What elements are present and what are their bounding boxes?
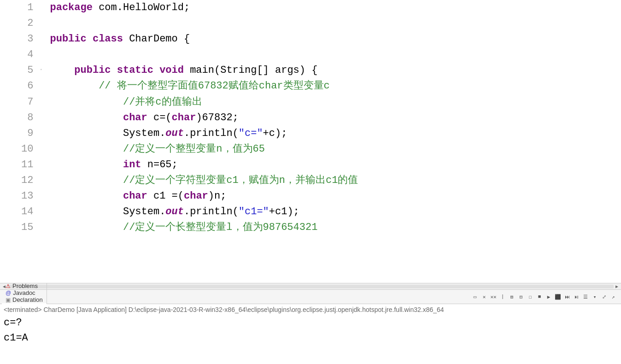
minimize-button[interactable]: ▭ <box>471 293 479 301</box>
line-number: 2 <box>0 16 39 31</box>
run-button[interactable]: ▶ <box>545 293 553 301</box>
line-marker <box>39 31 47 47</box>
line-number: 7 <box>0 94 39 110</box>
horizontal-scrollbar[interactable]: ◀ ▶ <box>0 283 621 289</box>
view-menu-button[interactable]: ☰ <box>581 293 590 301</box>
tab-problems[interactable]: ⚠Problems <box>2 282 47 289</box>
line-number: 10 <box>0 141 39 157</box>
console-output-line: c1=A <box>4 330 617 346</box>
line-content: public class CharDemo { <box>47 31 621 47</box>
line-content: //定义一个字符型变量c1，赋值为n，并输出c1的值 <box>47 173 621 188</box>
line-number: 13 <box>0 188 39 204</box>
line-marker <box>39 47 47 63</box>
line-marker <box>39 173 47 188</box>
table-row: 7 //并将c的值输出 <box>0 94 621 110</box>
table-row: 3public class CharDemo { <box>0 31 621 47</box>
table-row: 5◦ public static void main(String[] args… <box>0 63 621 78</box>
line-marker: ◦ <box>39 63 47 78</box>
line-marker <box>39 110 47 126</box>
remove-button[interactable]: ⊟ <box>517 293 525 301</box>
line-number: 8 <box>0 110 39 126</box>
line-number: 4 <box>0 47 39 63</box>
line-content: System.out.println("c1="+c1); <box>47 204 621 220</box>
table-row: 6 // 将一个整型字面值67832赋值给char类型变量c <box>0 78 621 94</box>
table-row: 12 //定义一个字符型变量c1，赋值为n，并输出c1的值 <box>0 173 621 188</box>
tab-javadoc[interactable]: @Javadoc <box>2 289 47 296</box>
line-content: package com.HelloWorld; <box>47 0 621 16</box>
line-content: public static void main(String[] args) { <box>47 63 621 78</box>
line-content: //并将c的值输出 <box>47 94 621 110</box>
tab-declaration[interactable]: ▣Declaration <box>2 296 47 303</box>
tab-toolbar: ▭✕✕✕|⊞⊟☐■▶⬛⏭⏯☰▾⤢↗ <box>471 293 619 301</box>
line-content <box>47 47 621 63</box>
line-number: 11 <box>0 157 39 173</box>
table-row: 15 //定义一个长整型变量l，值为987654321 <box>0 220 621 235</box>
sep-button[interactable]: | <box>498 293 507 301</box>
problems-label: Problems <box>12 282 38 289</box>
table-row: 13 char c1 =(char)n; <box>0 188 621 204</box>
declaration-icon: ▣ <box>6 297 11 303</box>
line-marker <box>39 94 47 110</box>
table-row: 8 char c=(char)67832; <box>0 110 621 126</box>
line-marker <box>39 220 47 235</box>
line-marker <box>39 126 47 141</box>
line-content: System.out.println("c="+c); <box>47 126 621 141</box>
line-content: // 将一个整型字面值67832赋值给char类型变量c <box>47 78 621 94</box>
console-terminated-text: <terminated> CharDemo [Java Application]… <box>4 306 617 313</box>
line-content <box>47 16 621 31</box>
line-marker <box>39 204 47 220</box>
scroll-track[interactable] <box>7 285 614 288</box>
table-row: 2 <box>0 16 621 31</box>
line-number: 12 <box>0 173 39 188</box>
step-into-button[interactable]: ⏯ <box>572 293 580 301</box>
javadoc-label: Javadoc <box>13 289 35 296</box>
table-row: 1package com.HelloWorld; <box>0 0 621 16</box>
line-marker <box>39 16 47 31</box>
line-number: 6 <box>0 78 39 94</box>
line-number: 14 <box>0 204 39 220</box>
line-content: char c=(char)67832; <box>47 110 621 126</box>
declaration-label: Declaration <box>12 296 43 303</box>
line-content: int n=65; <box>47 157 621 173</box>
line-number: 3 <box>0 31 39 47</box>
line-content: //定义一个长整型变量l，值为987654321 <box>47 220 621 235</box>
step-over-button[interactable]: ⏭ <box>563 293 571 301</box>
line-content: //定义一个整型变量n，值为65 <box>47 141 621 157</box>
line-marker <box>39 0 47 16</box>
dropdown-button[interactable]: ▾ <box>591 293 599 301</box>
code-table: 1package com.HelloWorld;23public class C… <box>0 0 621 235</box>
new-console-button[interactable]: ⊞ <box>508 293 516 301</box>
line-number: 15 <box>0 220 39 235</box>
console-area: <terminated> CharDemo [Java Application]… <box>0 304 621 364</box>
line-number: 1 <box>0 0 39 16</box>
line-number: 5 <box>0 63 39 78</box>
console-output: c=?c1=A <box>4 315 617 346</box>
breakpoint-dot: ◦ <box>40 68 43 73</box>
close-all-button[interactable]: ✕✕ <box>489 293 498 301</box>
line-marker <box>39 141 47 157</box>
close-button[interactable]: ✕ <box>480 293 488 301</box>
external-button[interactable]: ↗ <box>609 293 617 301</box>
line-content: char c1 =(char)n; <box>47 188 621 204</box>
javadoc-icon: @ <box>6 290 11 296</box>
code-editor[interactable]: 1package com.HelloWorld;23public class C… <box>0 0 621 283</box>
line-number: 9 <box>0 126 39 141</box>
table-row: 14 System.out.println("c1="+c1); <box>0 204 621 220</box>
problems-icon: ⚠ <box>6 283 11 289</box>
table-row: 9 System.out.println("c="+c); <box>0 126 621 141</box>
maximize-button[interactable]: ⤢ <box>600 293 608 301</box>
line-marker <box>39 157 47 173</box>
line-marker <box>39 78 47 94</box>
bottom-tab-bar: ⚠Problems@Javadoc▣Declaration▣Console ▭✕… <box>0 289 621 304</box>
console-output-line: c=? <box>4 315 617 330</box>
stop-button[interactable]: ⬛ <box>554 293 562 301</box>
line-marker <box>39 188 47 204</box>
table-row: 4 <box>0 47 621 63</box>
table-row: 11 int n=65; <box>0 157 621 173</box>
terminate-button[interactable]: ■ <box>535 293 544 301</box>
clear-button[interactable]: ☐ <box>526 293 534 301</box>
scroll-right-arrow[interactable]: ▶ <box>615 284 619 289</box>
table-row: 10 //定义一个整型变量n，值为65 <box>0 141 621 157</box>
